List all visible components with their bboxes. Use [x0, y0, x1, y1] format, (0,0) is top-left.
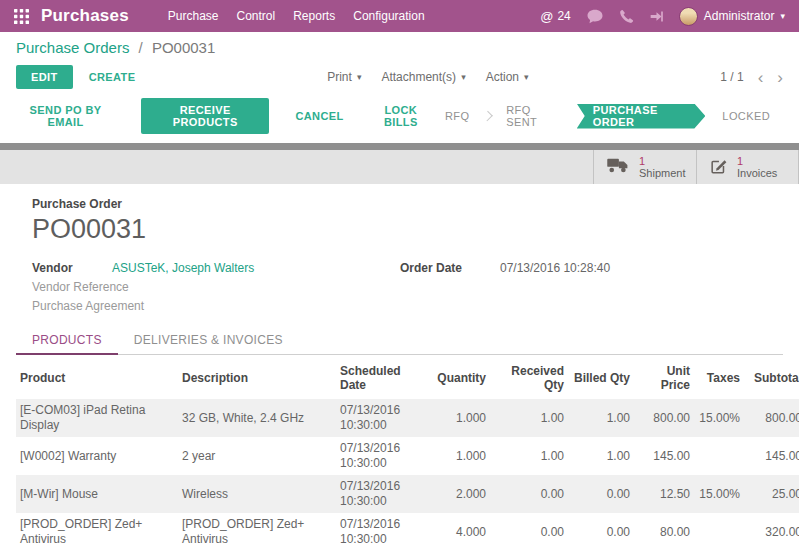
cell-subtotal: 320.00 — [744, 513, 799, 544]
shipment-label: Shipment — [639, 167, 685, 179]
table-row[interactable]: [E-COM03] iPad Retina Display 32 GB, Whi… — [16, 399, 799, 437]
edit-button[interactable]: EDIT — [16, 65, 73, 89]
mention-count: 24 — [557, 9, 570, 23]
col-billed-qty: Billed Qty — [568, 355, 634, 399]
menu-purchase[interactable]: Purchase — [159, 5, 228, 27]
table-row[interactable]: [M-Wir] Mouse Wireless 07/13/2016 10:30:… — [16, 475, 799, 513]
send-po-by-email-button[interactable]: SEND PO BY EMAIL — [16, 104, 115, 128]
breadcrumb-purchase-orders[interactable]: Purchase Orders — [16, 39, 129, 56]
action-dropdown[interactable]: Action▾ — [486, 70, 529, 84]
cancel-button[interactable]: CANCEL — [295, 110, 343, 122]
mentions-counter[interactable]: @ 24 — [540, 9, 571, 24]
invoices-count: 1 — [737, 155, 777, 167]
breadcrumb-current: PO00031 — [152, 39, 215, 56]
col-subtotal: Subtotal — [744, 355, 799, 399]
shipment-stat-button[interactable]: 1 Shipment — [593, 150, 696, 184]
state-purchase-order-active[interactable]: PURCHASE ORDER — [577, 104, 706, 129]
edit-note-icon — [709, 156, 728, 179]
user-name: Administrator — [704, 9, 775, 23]
action-menus: Print▾ Attachment(s)▾ Action▾ — [327, 70, 528, 84]
cell-taxes: 15.00% — [694, 475, 744, 513]
order-lines-table: Product Description Scheduled Date Quant… — [16, 355, 799, 544]
invoices-stat-button[interactable]: 1 Invoices — [696, 150, 799, 184]
cell-product: [PROD_ORDER] Zed+ Antivirus — [16, 513, 178, 544]
menu-reports[interactable]: Reports — [284, 5, 344, 27]
control-panel: Purchase Orders / PO00031 EDIT CREATE Pr… — [0, 32, 799, 95]
receive-products-button[interactable]: RECEIVE PRODUCTS — [141, 98, 269, 134]
cell-product: [M-Wir] Mouse — [16, 475, 178, 513]
cell-quantity: 4.000 — [428, 513, 490, 544]
cell-scheduled-date: 07/13/2016 10:30:00 — [336, 513, 428, 544]
truck-icon — [606, 157, 630, 178]
tab-products[interactable]: PRODUCTS — [16, 326, 118, 355]
chat-icon[interactable] — [586, 9, 604, 24]
state-rfq[interactable]: RFQ — [432, 110, 482, 122]
notebook-tabs: PRODUCTS DELIVERIES & INVOICES — [16, 326, 783, 355]
table-row[interactable]: [PROD_ORDER] Zed+ Antivirus [PROD_ORDER]… — [16, 513, 799, 544]
apps-grid-icon[interactable] — [14, 9, 29, 24]
cell-quantity: 2.000 — [428, 475, 490, 513]
vendor-reference-field: Vendor Reference — [32, 278, 400, 297]
cell-product: [E-COM03] iPad Retina Display — [16, 399, 178, 437]
purchase-agreement-label: Purchase Agreement — [32, 297, 112, 316]
order-date-field: Order Date 07/13/2016 10:28:40 — [400, 259, 610, 278]
col-description: Description — [178, 355, 336, 399]
col-taxes: Taxes — [694, 355, 744, 399]
page-title: PO00031 — [32, 214, 783, 245]
shipment-count: 1 — [639, 155, 685, 167]
vendor-field: Vendor ASUSTeK, Joseph Walters — [32, 259, 400, 278]
cell-scheduled-date: 07/13/2016 10:30:00 — [336, 475, 428, 513]
cell-unit-price: 80.00 — [634, 513, 694, 544]
cell-billed-qty: 1.00 — [568, 399, 634, 437]
pager-value[interactable]: 1 / 1 — [720, 70, 743, 84]
col-product: Product — [16, 355, 178, 399]
chevron-down-icon: ▾ — [461, 73, 466, 82]
cell-subtotal: 145.00 — [744, 437, 799, 475]
state-rfq-sent[interactable]: RFQ SENT — [493, 104, 568, 128]
avatar — [679, 7, 698, 26]
sheet-type-label: Purchase Order — [32, 197, 783, 211]
cell-unit-price: 12.50 — [634, 475, 694, 513]
cell-scheduled-date: 07/13/2016 10:30:00 — [336, 437, 428, 475]
lock-bills-button[interactable]: LOCK BILLS — [370, 104, 432, 128]
print-dropdown[interactable]: Print▾ — [327, 70, 361, 84]
cell-received-qty: 1.00 — [490, 437, 568, 475]
stat-button-band: 1 Shipment 1 Invoices — [0, 150, 799, 184]
sign-in-icon[interactable] — [649, 9, 664, 24]
chevron-down-icon: ▾ — [780, 12, 785, 21]
col-quantity: Quantity — [428, 355, 490, 399]
statusbar: SEND PO BY EMAIL RECEIVE PRODUCTS CANCEL… — [0, 95, 799, 143]
tab-deliveries-invoices[interactable]: DELIVERIES & INVOICES — [118, 326, 299, 354]
attachments-dropdown[interactable]: Attachment(s)▾ — [381, 70, 465, 84]
pager-previous-icon[interactable]: ‹ — [758, 69, 764, 86]
table-header-row: Product Description Scheduled Date Quant… — [16, 355, 799, 399]
cell-billed-qty: 0.00 — [568, 475, 634, 513]
menu-control[interactable]: Control — [228, 5, 285, 27]
pager-next-icon[interactable]: › — [777, 69, 783, 86]
cell-product: [W0002] Warranty — [16, 437, 178, 475]
cell-taxes: 15.00% — [694, 399, 744, 437]
cell-subtotal: 800.00 — [744, 399, 799, 437]
app-name[interactable]: Purchases — [41, 6, 129, 26]
chevron-down-icon: ▾ — [524, 73, 529, 82]
cell-taxes — [694, 513, 744, 544]
cell-description: [PROD_ORDER] Zed+ Antivirus — [178, 513, 336, 544]
purchase-agreement-field: Purchase Agreement — [32, 297, 400, 316]
user-menu[interactable]: Administrator ▾ — [679, 7, 785, 26]
vendor-value-link[interactable]: ASUSTeK, Joseph Walters — [112, 259, 254, 278]
top-navbar: Purchases Purchase Control Reports Confi… — [0, 0, 799, 32]
field-group: Vendor ASUSTeK, Joseph Walters Vendor Re… — [32, 259, 783, 316]
order-date-value: 07/13/2016 10:28:40 — [500, 259, 610, 278]
order-date-label: Order Date — [400, 259, 500, 278]
cell-unit-price: 800.00 — [634, 399, 694, 437]
status-pipeline: RFQ RFQ SENT PURCHASE ORDER LOCKED — [432, 104, 783, 129]
state-locked[interactable]: LOCKED — [709, 110, 783, 122]
form-sheet: Purchase Order PO00031 Vendor ASUSTeK, J… — [0, 184, 799, 544]
phone-icon[interactable] — [619, 9, 634, 24]
menu-configuration[interactable]: Configuration — [344, 5, 433, 27]
cell-subtotal: 25.00 — [744, 475, 799, 513]
navbar-right: @ 24 Administrator ▾ — [540, 7, 785, 26]
cell-description: Wireless — [178, 475, 336, 513]
table-row[interactable]: [W0002] Warranty 2 year 07/13/2016 10:30… — [16, 437, 799, 475]
create-button[interactable]: CREATE — [89, 71, 136, 83]
